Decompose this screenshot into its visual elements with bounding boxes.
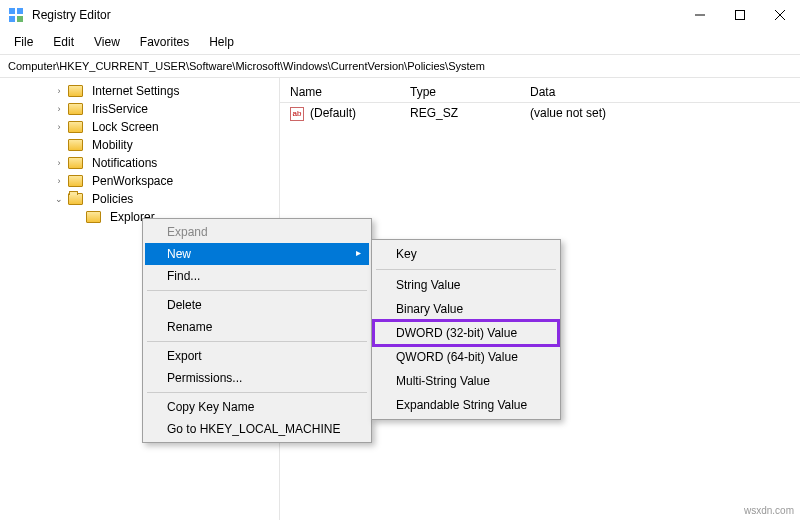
window-buttons xyxy=(680,0,800,30)
menubar: File Edit View Favorites Help xyxy=(0,30,800,55)
svg-rect-2 xyxy=(9,16,15,22)
folder-icon xyxy=(68,157,83,169)
menu-file[interactable]: File xyxy=(4,32,43,52)
minimize-button[interactable] xyxy=(680,0,720,30)
folder-icon xyxy=(68,103,83,115)
folder-icon xyxy=(86,211,101,223)
tree-item[interactable]: Mobility xyxy=(0,136,279,154)
chevron-icon[interactable]: › xyxy=(52,102,66,116)
value-name: ab(Default) xyxy=(280,106,410,121)
chevron-icon[interactable]: › xyxy=(52,120,66,134)
ctx-export[interactable]: Export xyxy=(145,345,369,367)
window-title: Registry Editor xyxy=(32,8,680,22)
sub-qword[interactable]: QWORD (64-bit) Value xyxy=(374,345,558,369)
tree-root: ›Internet Settings›IrisService›Lock Scre… xyxy=(0,82,279,226)
submenu-new: Key String Value Binary Value DWORD (32-… xyxy=(371,239,561,420)
ctx-permissions[interactable]: Permissions... xyxy=(145,367,369,389)
ctx-rename[interactable]: Rename xyxy=(145,316,369,338)
tree-item[interactable]: ›Internet Settings xyxy=(0,82,279,100)
sub-string[interactable]: String Value xyxy=(374,273,558,297)
menu-view[interactable]: View xyxy=(84,32,130,52)
sub-expandable[interactable]: Expandable String Value xyxy=(374,393,558,417)
tree-item[interactable]: ›IrisService xyxy=(0,100,279,118)
svg-rect-3 xyxy=(17,16,23,22)
svg-rect-5 xyxy=(736,11,745,20)
tree-item[interactable]: ›Lock Screen xyxy=(0,118,279,136)
list-header: Name Type Data xyxy=(280,82,800,103)
chevron-icon[interactable]: › xyxy=(52,156,66,170)
titlebar: Registry Editor xyxy=(0,0,800,30)
ctx-gotohklm[interactable]: Go to HKEY_LOCAL_MACHINE xyxy=(145,418,369,440)
svg-rect-0 xyxy=(9,8,15,14)
ctx-delete[interactable]: Delete xyxy=(145,294,369,316)
string-value-icon: ab xyxy=(290,107,304,121)
chevron-icon[interactable] xyxy=(52,138,66,152)
value-data: (value not set) xyxy=(530,106,800,121)
sub-dword[interactable]: DWORD (32-bit) Value xyxy=(374,321,558,345)
col-type[interactable]: Type xyxy=(410,85,530,99)
list-row[interactable]: ab(Default) REG_SZ (value not set) xyxy=(280,103,800,124)
sub-key[interactable]: Key xyxy=(374,242,558,266)
tree-label: Mobility xyxy=(89,137,136,153)
sub-binary[interactable]: Binary Value xyxy=(374,297,558,321)
tree-item[interactable]: ⌄Policies xyxy=(0,190,279,208)
svg-rect-1 xyxy=(17,8,23,14)
folder-icon xyxy=(68,139,83,151)
ctx-find[interactable]: Find... xyxy=(145,265,369,287)
tree-item[interactable]: ›PenWorkspace xyxy=(0,172,279,190)
address-bar[interactable]: Computer\HKEY_CURRENT_USER\Software\Micr… xyxy=(0,55,800,78)
close-button[interactable] xyxy=(760,0,800,30)
maximize-button[interactable] xyxy=(720,0,760,30)
ctx-separator xyxy=(376,269,556,270)
context-menu: Expand New Find... Delete Rename Export … xyxy=(142,218,372,443)
chevron-icon[interactable]: ⌄ xyxy=(52,192,66,206)
tree-label: Lock Screen xyxy=(89,119,162,135)
tree-label: Policies xyxy=(89,191,136,207)
tree-item[interactable]: ›Notifications xyxy=(0,154,279,172)
ctx-separator xyxy=(147,341,367,342)
tree-label: PenWorkspace xyxy=(89,173,176,189)
chevron-icon[interactable] xyxy=(70,210,84,224)
chevron-icon[interactable]: › xyxy=(52,174,66,188)
ctx-copykeyname[interactable]: Copy Key Name xyxy=(145,396,369,418)
chevron-icon[interactable]: › xyxy=(52,84,66,98)
app-icon xyxy=(8,7,24,23)
sub-multistring[interactable]: Multi-String Value xyxy=(374,369,558,393)
tree-label: IrisService xyxy=(89,101,151,117)
menu-help[interactable]: Help xyxy=(199,32,244,52)
folder-icon xyxy=(68,193,83,205)
tree-label: Internet Settings xyxy=(89,83,182,99)
ctx-new[interactable]: New xyxy=(145,243,369,265)
folder-icon xyxy=(68,85,83,97)
value-type: REG_SZ xyxy=(410,106,530,121)
folder-icon xyxy=(68,175,83,187)
col-name[interactable]: Name xyxy=(280,85,410,99)
ctx-separator xyxy=(147,392,367,393)
folder-icon xyxy=(68,121,83,133)
menu-edit[interactable]: Edit xyxy=(43,32,84,52)
tree-label: Notifications xyxy=(89,155,160,171)
watermark: wsxdn.com xyxy=(744,505,794,516)
ctx-expand[interactable]: Expand xyxy=(145,221,369,243)
col-data[interactable]: Data xyxy=(530,85,800,99)
ctx-separator xyxy=(147,290,367,291)
menu-favorites[interactable]: Favorites xyxy=(130,32,199,52)
